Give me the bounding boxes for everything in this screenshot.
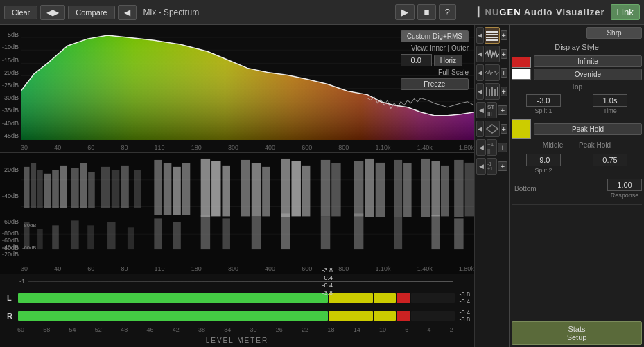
shrp-button[interactable]: Shrp <box>586 27 642 39</box>
ris-icon-minus1plus1[interactable]: -1 +1 <box>487 158 497 175</box>
ris-plus-3[interactable]: + <box>501 68 508 78</box>
ris-plus-8[interactable]: + <box>498 161 507 171</box>
infinite-button[interactable]: Infinite <box>534 55 642 67</box>
r-label: R <box>7 312 17 320</box>
minus1-label: -1 <box>19 278 25 285</box>
svg-rect-62 <box>154 218 162 249</box>
horiz-button[interactable]: Horiz <box>434 55 462 66</box>
ris-row-8: ◀ -1 +1 + <box>476 157 507 175</box>
svg-rect-16 <box>31 163 36 208</box>
svg-rect-63 <box>173 222 181 249</box>
time-label: Time <box>603 107 617 114</box>
response-input[interactable] <box>607 179 642 191</box>
top-label: Top <box>512 83 642 91</box>
split2-input[interactable] <box>526 154 561 166</box>
ris-arrow-7[interactable]: ◀ <box>476 139 486 156</box>
ris-arrow-4[interactable]: ◀ <box>476 83 484 100</box>
time-input[interactable] <box>593 94 627 107</box>
svg-rect-71 <box>431 215 440 249</box>
response-label: Response <box>611 192 639 199</box>
ris-arrow-3[interactable]: ◀ <box>476 64 484 81</box>
bottom-label: Bottom <box>514 185 537 193</box>
ris-icon-bars[interactable] <box>485 27 500 44</box>
split1-label: Split 1 <box>534 107 552 114</box>
ris-plus-6[interactable]: + <box>501 124 508 134</box>
svg-rect-61 <box>128 227 134 249</box>
svg-rect-72 <box>454 218 463 249</box>
ris-icon-diamond[interactable] <box>485 121 500 137</box>
ris-row-3: ◀ + <box>476 64 507 82</box>
ris-arrow-5[interactable]: ◀ <box>476 102 486 118</box>
link-button[interactable]: Link <box>611 4 640 20</box>
spectrum-controls: Custom Dig+RMS View: Inner | Outer 0.0 H… <box>401 30 469 90</box>
ris-arrow-2[interactable]: ◀ <box>476 46 484 62</box>
ris-icon-small-wave[interactable] <box>485 64 500 81</box>
svg-rect-37 <box>262 167 270 217</box>
ris-plus-4[interactable]: + <box>501 87 508 96</box>
svg-rect-35 <box>241 160 250 216</box>
svg-rect-21 <box>71 168 79 208</box>
spectrum-db-labels: -5dB -10dB -15dB -20dB -25dB -30dB -35dB… <box>0 25 21 152</box>
svg-rect-52 <box>465 163 474 217</box>
spectrum-area: -5dB -10dB -15dB -20dB -25dB -30dB -35dB… <box>0 25 474 153</box>
svg-rect-50 <box>441 166 449 217</box>
ris-icon-waveform[interactable] <box>485 46 500 62</box>
ris-plus-7[interactable]: + <box>498 143 507 152</box>
svg-rect-48 <box>421 159 430 217</box>
ris-row-1: ◀ + <box>476 26 507 44</box>
ris-plus-5[interactable]: + <box>498 105 507 115</box>
value-box[interactable]: 0.0 <box>401 54 432 66</box>
level-meter-label: LEVEL METER <box>0 335 474 346</box>
svg-rect-67 <box>281 213 290 249</box>
ris-row-6: ◀ + <box>476 120 507 138</box>
lr-meter-area: -1 -3.8 -0.4 -0.4 -3.8 L <box>0 274 474 347</box>
svg-rect-80 <box>494 89 496 96</box>
right-icon-strip: ◀ + ◀ + ◀ + ◀ <box>474 25 509 347</box>
svg-rect-18 <box>44 174 51 208</box>
ris-plus-2[interactable]: + <box>501 49 508 59</box>
stats-setup-button[interactable]: Stats Setup <box>512 321 642 345</box>
svg-rect-15 <box>24 167 30 208</box>
svg-rect-23 <box>88 172 95 208</box>
full-scale-label: Full Scale <box>401 69 469 76</box>
r-meter-row: R -0.4 -3.8 <box>0 308 474 324</box>
ris-arrow-8[interactable]: ◀ <box>476 158 486 175</box>
svg-rect-17 <box>37 170 43 208</box>
ris-icon-vlines[interactable] <box>485 83 500 100</box>
ris-arrow-1[interactable]: ◀ <box>476 27 484 44</box>
ris-icon-st[interactable]: ST ||| <box>487 102 497 118</box>
svg-rect-75 <box>486 37 498 38</box>
svg-rect-60 <box>107 222 116 249</box>
clear-button[interactable]: Clear <box>4 6 37 19</box>
ris-row-4: ◀ + <box>476 82 507 100</box>
svg-rect-46 <box>394 160 403 217</box>
nav-arrow-button[interactable]: ◀ <box>118 5 137 20</box>
back-arrow-button[interactable]: ◀▶ <box>40 5 65 20</box>
peak-button[interactable]: Peak Hold <box>534 123 642 135</box>
help-button[interactable]: ? <box>439 4 456 20</box>
split1-input[interactable] <box>526 94 561 107</box>
r-readout-mid: -0.4 <box>322 282 333 289</box>
play-button[interactable]: ▶ <box>395 4 415 20</box>
fallback-input[interactable] <box>593 154 627 166</box>
stop-button[interactable]: ■ <box>417 4 435 20</box>
custom-dig-rms-button[interactable]: Custom Dig+RMS <box>401 30 469 42</box>
svg-marker-82 <box>487 125 498 133</box>
svg-rect-76 <box>486 39 498 41</box>
freeze-button[interactable]: Freeze <box>401 78 469 90</box>
ris-arrow-6[interactable]: ◀ <box>476 121 484 137</box>
ris-plus-1[interactable]: + <box>501 30 508 40</box>
ris-icon-plus1[interactable]: +1 ||| <box>487 139 497 156</box>
svg-rect-78 <box>489 89 490 96</box>
svg-rect-26 <box>121 166 129 208</box>
meter-area: -20dB -40dB -60dB -80dB <box>0 153 474 274</box>
nugen-logo: ┃ NUGEN Audio Visualizer <box>476 7 605 17</box>
override-button[interactable]: Override <box>534 69 642 80</box>
svg-rect-27 <box>134 170 141 208</box>
compare-button[interactable]: Compare <box>68 6 114 19</box>
l-readout-top: -3.8 <box>322 267 333 274</box>
svg-rect-38 <box>281 159 290 217</box>
svg-rect-70 <box>394 217 403 249</box>
svg-rect-30 <box>173 167 181 215</box>
svg-rect-64 <box>201 215 210 249</box>
